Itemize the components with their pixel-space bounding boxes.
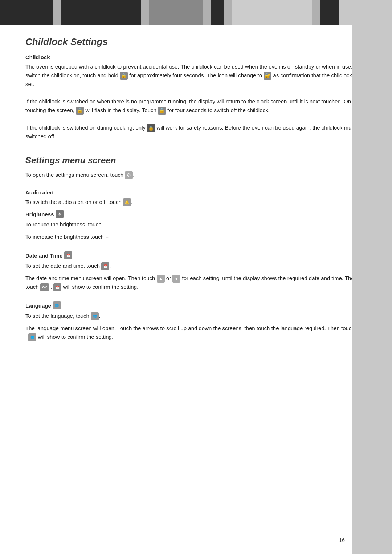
top-bar-segment (203, 0, 211, 25)
top-bar-segment (232, 0, 312, 25)
language-label: Language 🌐 (25, 301, 367, 309)
audio-icon: 🔔 (123, 198, 131, 206)
childlock-p3: If the childlock is switched on during c… (25, 123, 367, 141)
childlock-label: Childlock (25, 54, 367, 60)
settings-title: Settings menu screen (25, 155, 367, 165)
page-number: 16 (339, 537, 345, 543)
settings-intro: To open the settings menu screen, touch … (25, 171, 367, 179)
datetime-label: Date and Time 📅 (25, 251, 367, 259)
language-p1: To set the language, touch 🌐. (25, 312, 367, 320)
language-icon-1: 🌐 (53, 301, 61, 309)
up-icon: ▲ (157, 275, 165, 283)
confirm-icon-1: 📅 (53, 283, 61, 291)
top-bar-segment (61, 0, 141, 25)
top-bar-segment (211, 0, 224, 25)
childlock-p2: If the childlock is switched on when the… (25, 97, 367, 115)
main-content: Childlock Settings Childlock The oven is… (0, 25, 392, 367)
right-sidebar (352, 0, 392, 554)
datetime-p2: The date and time menu screen will open.… (25, 274, 367, 291)
top-bar-segment (320, 0, 339, 25)
settings-icon-1: ⚙ (125, 171, 133, 179)
datetime-icon: 📅 (64, 251, 72, 259)
top-bar-segment (149, 0, 203, 25)
top-bar (0, 0, 392, 25)
top-bar-segment (53, 0, 61, 25)
ok-icon-1: OK (40, 283, 49, 291)
top-bar-segment (312, 0, 320, 25)
audio-label: Audio alert (25, 189, 367, 196)
language-p2: The language menu screen will open. Touc… (25, 324, 367, 341)
childlock-title: Childlock Settings (25, 36, 367, 48)
brightness-icon: ☀ (56, 210, 64, 218)
datetime-icon-2: 📅 (101, 262, 109, 270)
brightness-p2: To increase the brightness touch + (25, 233, 367, 241)
language-icon-2: 🌐 (91, 312, 99, 320)
top-bar-segment (141, 0, 149, 25)
top-bar-segment (0, 0, 53, 25)
childlock-p1: The oven is equipped with a childlock to… (25, 62, 367, 89)
down-icon: ▼ (172, 275, 180, 283)
lock-icon-3: 🔒 (76, 107, 84, 115)
lock-icon-2: 🔐 (264, 72, 271, 80)
top-bar-segment (224, 0, 232, 25)
datetime-p1: To set the date and time, touch 📅. (25, 262, 367, 270)
brightness-label: Brightness ☀ (25, 210, 367, 218)
lock-icon-1: 🔒 (120, 72, 128, 80)
brightness-p1: To reduce the brightness, touch –. (25, 220, 367, 229)
lock-icon-5: 🔒 (147, 124, 155, 132)
audio-text: To switch the audio alert on or off, tou… (25, 198, 367, 206)
confirm-icon-2: 🌐 (28, 333, 36, 341)
lock-icon-4: 🔒 (158, 107, 166, 115)
